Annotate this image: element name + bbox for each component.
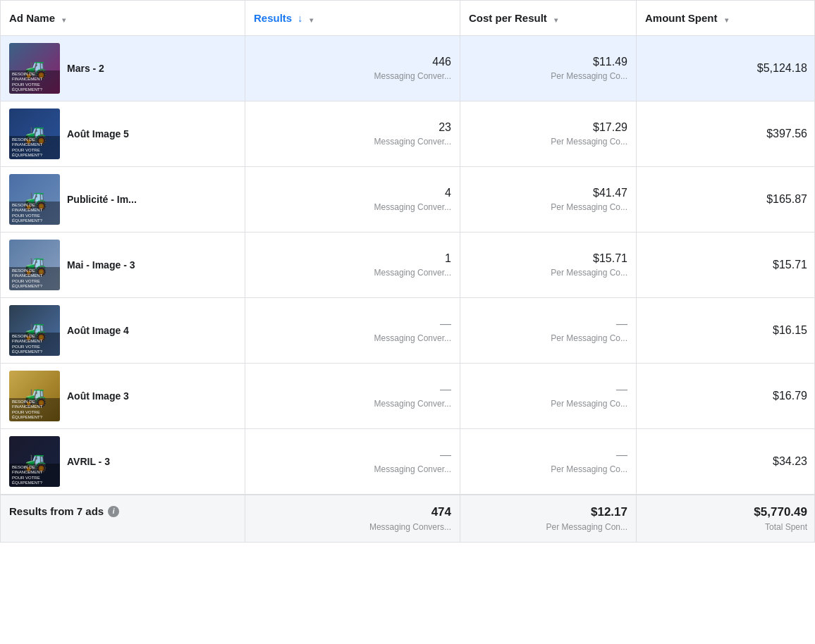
- table-row[interactable]: 🚜 BESOIN DE FINANCEMENTPOUR VOTRE ÉQUIPE…: [1, 429, 814, 494]
- ad-name-cell: 🚜 BESOIN DE FINANCEMENTPOUR VOTRE ÉQUIPE…: [1, 167, 245, 232]
- ad-name-cell: 🚜 BESOIN DE FINANCEMENTPOUR VOTRE ÉQUIPE…: [1, 36, 245, 101]
- table-row[interactable]: 🚜 BESOIN DE FINANCEMENTPOUR VOTRE ÉQUIPE…: [1, 36, 814, 101]
- results-cell: — Messaging Conver...: [245, 429, 460, 494]
- result-value: 4: [254, 187, 451, 199]
- header-amount-label: Amount Spent: [645, 12, 718, 24]
- thumb-overlay-text: BESOIN DE FINANCEMENTPOUR VOTRE ÉQUIPEME…: [12, 268, 57, 289]
- thumb-overlay-text: BESOIN DE FINANCEMENTPOUR VOTRE ÉQUIPEME…: [12, 334, 57, 354]
- amount-value: $5,124.18: [645, 62, 807, 75]
- ad-name-cell: 🚜 BESOIN DE FINANCEMENTPOUR VOTRE ÉQUIPE…: [1, 101, 245, 166]
- ad-name-text: Août Image 3: [67, 390, 129, 402]
- ad-name-text: Mai - Image - 3: [67, 259, 135, 271]
- ad-name-cell: 🚜 BESOIN DE FINANCEMENTPOUR VOTRE ÉQUIPE…: [1, 429, 245, 494]
- results-cell: 4 Messaging Conver...: [245, 167, 460, 232]
- sort-arrow-icon: ↓: [298, 13, 302, 24]
- ad-thumbnail: 🚜 BESOIN DE FINANCEMENTPOUR VOTRE ÉQUIPE…: [9, 240, 60, 290]
- header-ad-name-label: Ad Name: [9, 12, 55, 24]
- footer-results-value: 474: [254, 505, 451, 519]
- result-value: 23: [254, 121, 451, 134]
- amount-cell: $5,124.18: [637, 36, 815, 101]
- result-sub: Messaging Conver...: [254, 268, 451, 278]
- cost-sub: Per Messaging Co...: [469, 333, 627, 343]
- amount-cell: $16.79: [637, 364, 815, 428]
- amount-cell: $165.87: [637, 167, 815, 232]
- header-results[interactable]: Results ↓ ▾: [245, 1, 460, 35]
- cost-sub: Per Messaging Co...: [469, 202, 627, 212]
- cost-sub: Per Messaging Co...: [469, 71, 627, 81]
- cost-cell: — Per Messaging Co...: [460, 429, 637, 494]
- cost-sub: Per Messaging Co...: [469, 268, 627, 278]
- cost-sub: Per Messaging Co...: [469, 137, 627, 147]
- result-sub: Messaging Conver...: [254, 137, 451, 147]
- header-amount-caret: ▾: [725, 16, 728, 24]
- results-cell: 446 Messaging Conver...: [245, 36, 460, 101]
- result-value: 1: [254, 252, 451, 265]
- info-icon[interactable]: i: [108, 506, 119, 517]
- ad-name-cell: 🚜 BESOIN DE FINANCEMENTPOUR VOTRE ÉQUIPE…: [1, 298, 245, 363]
- footer-results-cell: 474 Messaging Convers...: [245, 495, 460, 542]
- ad-thumbnail: 🚜 BESOIN DE FINANCEMENTPOUR VOTRE ÉQUIPE…: [9, 436, 60, 487]
- results-cell: — Messaging Conver...: [245, 364, 460, 428]
- footer-cost-value: $12.17: [469, 505, 627, 519]
- ad-thumbnail: 🚜 BESOIN DE FINANCEMENTPOUR VOTRE ÉQUIPE…: [9, 305, 60, 356]
- cost-cell: $41.47 Per Messaging Co...: [460, 167, 637, 232]
- thumb-overlay-text: BESOIN DE FINANCEMENTPOUR VOTRE ÉQUIPEME…: [12, 72, 57, 92]
- ad-name-cell: 🚜 BESOIN DE FINANCEMENTPOUR VOTRE ÉQUIPE…: [1, 364, 245, 428]
- table-row[interactable]: 🚜 BESOIN DE FINANCEMENTPOUR VOTRE ÉQUIPE…: [1, 298, 814, 364]
- footer-label-cell: Results from 7 ads i: [1, 495, 245, 542]
- cost-value: —: [469, 318, 627, 330]
- footer-cost-sub: Per Messaging Con...: [469, 522, 627, 532]
- cost-sub: Per Messaging Co...: [469, 464, 627, 474]
- amount-value: $16.15: [645, 324, 807, 337]
- table-row[interactable]: 🚜 BESOIN DE FINANCEMENTPOUR VOTRE ÉQUIPE…: [1, 364, 814, 429]
- ads-table: Ad Name ▾ Results ↓ ▾ Cost per Result ▾ …: [0, 0, 815, 543]
- result-value: 446: [254, 56, 451, 68]
- result-sub: Messaging Conver...: [254, 71, 451, 81]
- amount-value: $15.71: [645, 259, 807, 271]
- result-sub: Messaging Conver...: [254, 202, 451, 212]
- header-ad-name-caret: ▾: [62, 16, 66, 24]
- results-cell: 1 Messaging Conver...: [245, 233, 460, 297]
- results-cell: 23 Messaging Conver...: [245, 101, 460, 166]
- header-cost-label: Cost per Result: [469, 12, 547, 24]
- ad-name-text: Mars - 2: [67, 63, 104, 74]
- footer-cost-cell: $12.17 Per Messaging Con...: [460, 495, 637, 542]
- header-ad-name[interactable]: Ad Name ▾: [1, 1, 245, 35]
- thumb-overlay-text: BESOIN DE FINANCEMENTPOUR VOTRE ÉQUIPEME…: [12, 137, 57, 158]
- amount-value: $16.79: [645, 390, 807, 402]
- cost-value: $41.47: [469, 187, 627, 199]
- cost-cell: $15.71 Per Messaging Co...: [460, 233, 637, 297]
- header-cost-per-result[interactable]: Cost per Result ▾: [460, 1, 637, 35]
- cost-cell: — Per Messaging Co...: [460, 364, 637, 428]
- thumb-overlay-text: BESOIN DE FINANCEMENTPOUR VOTRE ÉQUIPEME…: [12, 400, 57, 420]
- result-value: —: [254, 449, 451, 462]
- cost-value: —: [469, 449, 627, 462]
- header-results-label: Results: [254, 12, 292, 24]
- ad-name-cell: 🚜 BESOIN DE FINANCEMENTPOUR VOTRE ÉQUIPE…: [1, 233, 245, 297]
- amount-cell: $34.23: [637, 429, 815, 494]
- cost-value: —: [469, 383, 627, 396]
- result-value: —: [254, 383, 451, 396]
- ad-name-text: AVRIL - 3: [67, 456, 110, 467]
- cost-value: $17.29: [469, 121, 627, 134]
- amount-cell: $15.71: [637, 233, 815, 297]
- header-results-caret: ▾: [310, 16, 313, 24]
- thumb-overlay-text: BESOIN DE FINANCEMENTPOUR VOTRE ÉQUIPEME…: [12, 465, 57, 485]
- ad-name-text: Publicité - Im...: [67, 194, 137, 205]
- result-sub: Messaging Conver...: [254, 399, 451, 409]
- table-row[interactable]: 🚜 BESOIN DE FINANCEMENTPOUR VOTRE ÉQUIPE…: [1, 101, 814, 167]
- ad-thumbnail: 🚜 BESOIN DE FINANCEMENTPOUR VOTRE ÉQUIPE…: [9, 371, 60, 421]
- ad-thumbnail: 🚜 BESOIN DE FINANCEMENTPOUR VOTRE ÉQUIPE…: [9, 174, 60, 225]
- cost-value: $15.71: [469, 252, 627, 265]
- footer-amount-sub: Total Spent: [645, 522, 807, 532]
- table-row[interactable]: 🚜 BESOIN DE FINANCEMENTPOUR VOTRE ÉQUIPE…: [1, 167, 814, 233]
- thumb-overlay-text: BESOIN DE FINANCEMENTPOUR VOTRE ÉQUIPEME…: [12, 203, 57, 223]
- result-value: —: [254, 318, 451, 330]
- footer-amount-cell: $5,770.49 Total Spent: [637, 495, 815, 542]
- header-cost-caret: ▾: [554, 16, 558, 24]
- table-row[interactable]: 🚜 BESOIN DE FINANCEMENTPOUR VOTRE ÉQUIPE…: [1, 233, 814, 298]
- amount-value: $165.87: [645, 193, 807, 206]
- table-body: 🚜 BESOIN DE FINANCEMENTPOUR VOTRE ÉQUIPE…: [1, 36, 814, 494]
- amount-value: $34.23: [645, 455, 807, 468]
- header-amount-spent[interactable]: Amount Spent ▾: [637, 1, 815, 35]
